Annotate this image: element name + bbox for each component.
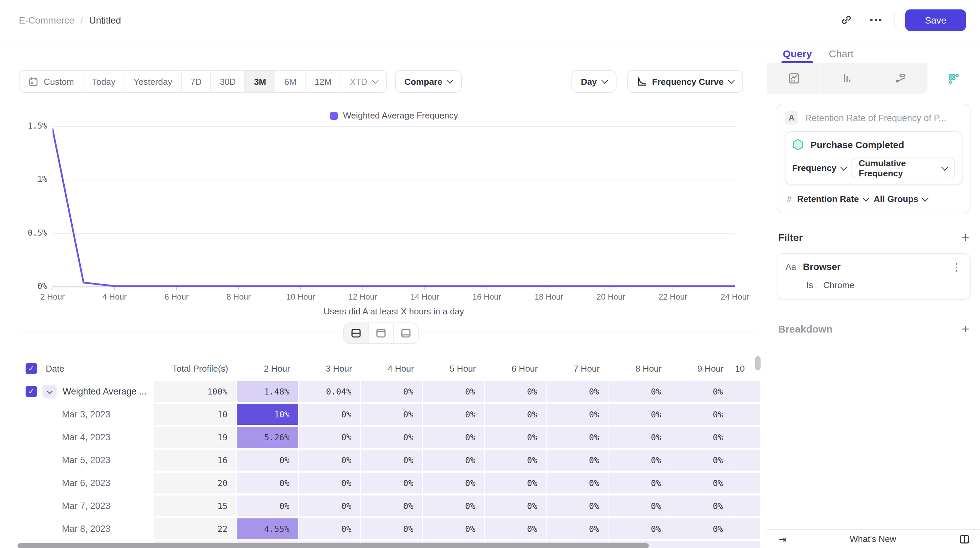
- retention-cell[interactable]: 0%: [361, 495, 422, 516]
- retention-cell[interactable]: 0%: [608, 495, 670, 516]
- retention-cell[interactable]: 0%: [423, 427, 484, 448]
- retention-cell[interactable]: 0%: [547, 427, 608, 448]
- chart-only-view-button[interactable]: [369, 323, 394, 343]
- retention-cell[interactable]: 0%: [485, 404, 546, 425]
- row-checkbox[interactable]: ✓: [25, 386, 37, 397]
- funnels-report-tab[interactable]: [821, 63, 874, 94]
- expand-row-button[interactable]: [42, 385, 57, 398]
- total-profiles-cell[interactable]: 22: [154, 518, 236, 539]
- retention-cell[interactable]: 0%: [361, 381, 422, 402]
- retention-cell[interactable]: 0%: [423, 450, 484, 471]
- table-only-view-button[interactable]: [394, 323, 418, 343]
- retention-cell[interactable]: 0%: [361, 427, 422, 448]
- retention-cell[interactable]: 0%: [237, 495, 298, 516]
- event-row[interactable]: Purchase Completed: [792, 139, 955, 151]
- retention-cell[interactable]: 0%: [423, 495, 484, 516]
- column-header-total[interactable]: Total Profile(s): [154, 363, 237, 373]
- select-all-checkbox[interactable]: ✓: [25, 363, 37, 374]
- retention-cell[interactable]: 0%: [485, 518, 546, 539]
- retention-cell[interactable]: 0%: [608, 404, 670, 425]
- filter-kebab-menu[interactable]: ⋮: [952, 261, 962, 272]
- tab-chart[interactable]: Chart: [829, 48, 853, 63]
- retention-cell[interactable]: 0%: [423, 473, 484, 494]
- copy-link-button[interactable]: [835, 8, 858, 31]
- whats-new-link[interactable]: What's New: [786, 534, 959, 544]
- retention-cell[interactable]: 0%: [670, 450, 732, 471]
- range-12m[interactable]: 12M: [306, 71, 341, 92]
- retention-cell[interactable]: [732, 450, 760, 471]
- retention-cell[interactable]: 0%: [547, 381, 608, 402]
- column-header-hour[interactable]: 5 Hour: [423, 363, 485, 373]
- retention-cell[interactable]: 0%: [547, 404, 608, 425]
- column-header-date[interactable]: Date: [46, 363, 64, 373]
- retention-cell[interactable]: 0%: [608, 381, 670, 402]
- retention-cell[interactable]: 0%: [361, 450, 422, 471]
- aggregation-dropdown[interactable]: Retention Rate: [797, 194, 868, 204]
- retention-cell[interactable]: [732, 381, 760, 402]
- retention-cell[interactable]: 0%: [670, 473, 732, 494]
- retention-cell[interactable]: 1.48%: [237, 381, 298, 402]
- chart-type-dropdown[interactable]: Frequency Curve: [627, 70, 743, 93]
- retention-cell[interactable]: 0%: [670, 518, 732, 539]
- retention-cell[interactable]: 0%: [423, 518, 484, 539]
- range-3m[interactable]: 3M: [245, 71, 275, 92]
- retention-cell[interactable]: 0%: [608, 473, 670, 494]
- column-header-hour[interactable]: 3 Hour: [299, 363, 361, 373]
- total-profiles-cell[interactable]: 100%: [154, 381, 236, 402]
- column-header-hour[interactable]: 8 Hour: [608, 363, 670, 373]
- retention-cell[interactable]: [732, 473, 760, 494]
- retention-cell[interactable]: 0%: [299, 473, 360, 494]
- retention-cell[interactable]: 0%: [547, 473, 608, 494]
- retention-cell[interactable]: 0%: [485, 427, 546, 448]
- retention-cell[interactable]: 0%: [237, 473, 298, 494]
- retention-cell[interactable]: 0%: [670, 404, 732, 425]
- measure-value-dropdown[interactable]: Cumulative Frequency: [851, 158, 955, 178]
- more-menu-button[interactable]: •••: [870, 15, 883, 25]
- column-header-hour[interactable]: 4 Hour: [361, 363, 423, 373]
- retention-cell[interactable]: [732, 427, 760, 448]
- retention-cell[interactable]: 0%: [670, 495, 732, 516]
- total-profiles-cell[interactable]: 10: [154, 404, 236, 425]
- retention-cell[interactable]: 0%: [299, 518, 360, 539]
- retention-cell[interactable]: 0%: [299, 427, 360, 448]
- column-header-hour[interactable]: 6 Hour: [485, 363, 547, 373]
- retention-cell[interactable]: 0%: [608, 518, 670, 539]
- retention-cell[interactable]: [732, 541, 760, 548]
- retention-cell[interactable]: 0%: [608, 450, 670, 471]
- page-title[interactable]: Untitled: [89, 14, 121, 25]
- total-profiles-cell[interactable]: 16: [154, 450, 236, 471]
- column-header-hour[interactable]: 7 Hour: [547, 363, 608, 373]
- add-breakdown-button[interactable]: +: [962, 322, 969, 335]
- retention-cell[interactable]: 0%: [299, 450, 360, 471]
- retention-cell[interactable]: [732, 404, 760, 425]
- range-today[interactable]: Today: [83, 71, 125, 92]
- range-yesterday[interactable]: Yesterday: [125, 71, 182, 92]
- retention-cell[interactable]: 0%: [299, 495, 360, 516]
- retention-cell[interactable]: 4.55%: [237, 518, 298, 539]
- retention-cell[interactable]: 0%: [485, 473, 546, 494]
- retention-cell[interactable]: 0%: [485, 495, 546, 516]
- retention-cell[interactable]: 0%: [670, 427, 732, 448]
- horizontal-scrollbar[interactable]: [18, 543, 649, 548]
- retention-cell[interactable]: 0%: [361, 404, 422, 425]
- filter-property[interactable]: Browser: [803, 261, 841, 272]
- filter-operator[interactable]: Is: [807, 280, 813, 290]
- retention-cell[interactable]: 0%: [608, 427, 670, 448]
- retention-cell[interactable]: [670, 541, 732, 548]
- retention-cell[interactable]: 0%: [237, 450, 298, 471]
- frequency-curve-chart[interactable]: [52, 125, 735, 292]
- range-6m[interactable]: 6M: [275, 71, 306, 92]
- retention-report-tab[interactable]: [927, 63, 980, 94]
- groups-dropdown[interactable]: All Groups: [873, 194, 928, 204]
- total-profiles-cell[interactable]: 20: [154, 473, 236, 494]
- retention-cell[interactable]: 0%: [423, 404, 484, 425]
- range-7d[interactable]: 7D: [182, 71, 211, 92]
- retention-cell[interactable]: 10%: [237, 404, 298, 425]
- column-header-hour[interactable]: 9 Hour: [670, 363, 732, 373]
- layout-columns-button[interactable]: [959, 534, 970, 544]
- measure-dropdown[interactable]: Frequency: [792, 163, 846, 173]
- column-header-hour[interactable]: 2 Hour: [237, 363, 299, 373]
- total-profiles-cell[interactable]: 15: [154, 495, 236, 516]
- retention-cell[interactable]: [732, 495, 760, 516]
- flows-report-tab[interactable]: [874, 63, 927, 94]
